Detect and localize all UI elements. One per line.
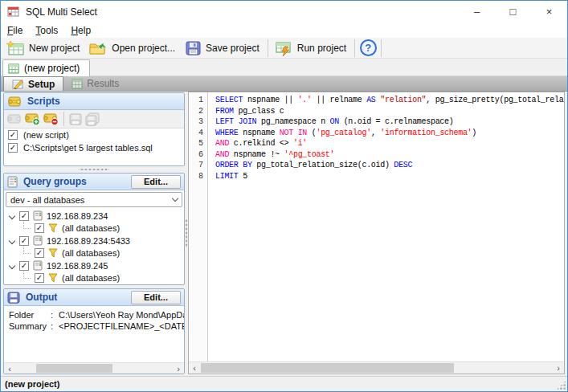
line-number: 2 — [189, 106, 203, 117]
checkbox-checked[interactable]: ✓ — [19, 261, 29, 271]
scroll-right-icon[interactable]: › — [173, 363, 184, 374]
new-project-icon — [6, 40, 25, 56]
tree-row-database[interactable]: ✓ (all databases) — [4, 223, 184, 235]
maximize-button[interactable]: □ — [495, 1, 531, 22]
horizontal-splitter[interactable] — [3, 166, 185, 173]
code-area[interactable]: SELECT nspname || '.' || relname AS "rel… — [208, 92, 564, 361]
code-line[interactable]: ORDER BY pg_total_relation_size(c.oid) D… — [215, 160, 564, 171]
checkbox-checked[interactable]: ✓ — [35, 248, 44, 258]
help-button[interactable]: ? — [358, 39, 378, 58]
scripts-list: ✓ (new script) ✓ C:\Scripts\get 5 larges… — [4, 129, 184, 154]
resize-grip[interactable] — [556, 380, 566, 390]
output-title: Output — [26, 292, 57, 303]
chevron-down-icon — [172, 195, 178, 202]
server-node-icon — [33, 235, 43, 246]
scroll-left-icon[interactable]: ‹ — [4, 363, 15, 374]
main-toolbar: New project Open project... Save project… — [1, 38, 567, 59]
query-group-select[interactable]: dev - all databases — [6, 192, 182, 207]
checkbox-checked[interactable]: ✓ — [19, 236, 29, 246]
save-script-icon[interactable] — [68, 112, 83, 126]
save-project-button[interactable]: Save project — [181, 39, 265, 57]
splitter-grip — [79, 168, 109, 171]
project-tab-label: (new project) — [24, 63, 80, 74]
sql-editor: 12345678 SELECT nspname || '.' || relnam… — [188, 92, 565, 374]
run-project-button[interactable]: Run project — [271, 39, 352, 57]
tree-row-server[interactable]: ✓ 192.168.89.245 — [4, 259, 184, 272]
scroll-right-icon[interactable]: › — [553, 362, 564, 374]
expand-chevron-icon[interactable] — [9, 239, 15, 243]
output-scrollbar-thumb[interactable] — [36, 364, 112, 373]
menu-bar: File Tools Help — [1, 22, 567, 38]
filter-icon — [48, 273, 58, 283]
results-icon — [72, 79, 83, 89]
checkbox-checked[interactable]: ✓ — [19, 211, 29, 221]
minimize-button[interactable]: – — [459, 1, 495, 22]
save-all-scripts-icon[interactable] — [84, 112, 100, 126]
line-number: 3 — [189, 116, 203, 128]
new-script-icon[interactable] — [6, 112, 22, 126]
app-window: SQL Multi Select – □ × File Tools Help N… — [0, 0, 568, 392]
output-horizontal-scrollbar[interactable]: ‹ › — [4, 362, 184, 374]
run-project-label: Run project — [297, 43, 346, 54]
open-project-icon — [88, 40, 108, 56]
tab-setup-label: Setup — [28, 79, 55, 90]
tree-row-database[interactable]: ✓ (all databases) — [4, 247, 184, 260]
database-label: (all databases) — [62, 248, 120, 258]
server-label: 192.168.89.234 — [47, 211, 108, 221]
window-controls: – □ × — [459, 1, 567, 22]
tree-row-database[interactable]: ✓ (all databases) — [4, 272, 184, 285]
code-line[interactable]: AND c.relkind <> 'i' — [215, 138, 564, 149]
new-project-button[interactable]: New project — [2, 39, 85, 57]
database-label: (all databases) — [62, 223, 120, 233]
tree-connector — [23, 272, 31, 279]
editor-scrollbar-thumb[interactable] — [201, 363, 454, 373]
output-row-separator: : — [51, 310, 59, 321]
tab-results[interactable]: Results — [63, 76, 127, 91]
code-line[interactable]: LEFT JOIN pg_namespace n ON (n.oid = c.r… — [215, 116, 564, 128]
status-text: (new project) — [5, 379, 59, 389]
checkbox-checked[interactable]: ✓ — [35, 223, 44, 233]
code-line[interactable]: LIMIT 5 — [215, 171, 564, 182]
checkbox-checked[interactable]: ✓ — [8, 143, 18, 153]
menu-tools[interactable]: Tools — [29, 22, 64, 38]
tree-row-server[interactable]: ✓ 192.168.89.234 — [4, 210, 184, 223]
script-item[interactable]: ✓ (new script) — [4, 129, 184, 141]
line-number: 8 — [189, 171, 203, 182]
setup-icon — [12, 79, 24, 89]
code-line[interactable]: SELECT nspname || '.' || relname AS "rel… — [215, 95, 564, 106]
menu-file[interactable]: File — [1, 22, 29, 38]
server-label: 192.168.89.234:5433 — [47, 236, 130, 246]
output-edit-button[interactable]: Edit... — [131, 291, 181, 304]
scripts-header: Scripts — [4, 93, 184, 110]
output-row: Summary : <PROJECTFILENAME>_<DATETIME yy… — [9, 321, 184, 333]
expand-chevron-icon[interactable] — [9, 263, 15, 268]
add-script-icon[interactable] — [24, 112, 41, 126]
menu-help[interactable]: Help — [64, 22, 97, 38]
code-line[interactable]: WHERE nspname NOT IN ('pg_catalog', 'inf… — [215, 128, 564, 139]
expand-chevron-icon[interactable] — [9, 214, 15, 218]
project-tab[interactable]: (new project) — [2, 59, 90, 76]
title-bar: SQL Multi Select – □ × — [1, 1, 567, 22]
checkbox-checked[interactable]: ✓ — [35, 273, 44, 283]
open-project-label: Open project... — [112, 43, 175, 54]
tree-row-server[interactable]: ✓ 192.168.89.234:5433 — [4, 235, 184, 247]
code-line[interactable]: FROM pg_class c — [215, 106, 564, 117]
toolbar-separator — [354, 39, 355, 57]
tree-connector — [23, 247, 31, 254]
checkbox-checked[interactable]: ✓ — [8, 130, 18, 140]
open-project-button[interactable]: Open project... — [85, 39, 181, 57]
scripts-panel: Scripts — [3, 92, 185, 166]
remove-script-icon[interactable] — [43, 112, 59, 126]
code-line[interactable]: AND nspname !~ '^pg_toast' — [215, 149, 564, 161]
tab-setup[interactable]: Setup — [3, 76, 63, 91]
scroll-left-icon[interactable]: ‹ — [189, 362, 200, 374]
tab-results-label: Results — [87, 78, 119, 89]
close-button[interactable]: × — [531, 1, 567, 22]
scripts-icon — [7, 96, 22, 108]
query-groups-edit-button[interactable]: Edit... — [131, 175, 181, 189]
output-row-value: C:\Users\Yeoh Ray Mond\AppData\Roamin — [59, 310, 184, 321]
project-tab-bar: (new project) — [1, 59, 567, 76]
editor-horizontal-scrollbar[interactable]: ‹ › — [189, 361, 564, 374]
toolbar-separator — [268, 39, 268, 57]
script-item[interactable]: ✓ C:\Scripts\get 5 largest tables.sql — [4, 141, 184, 154]
